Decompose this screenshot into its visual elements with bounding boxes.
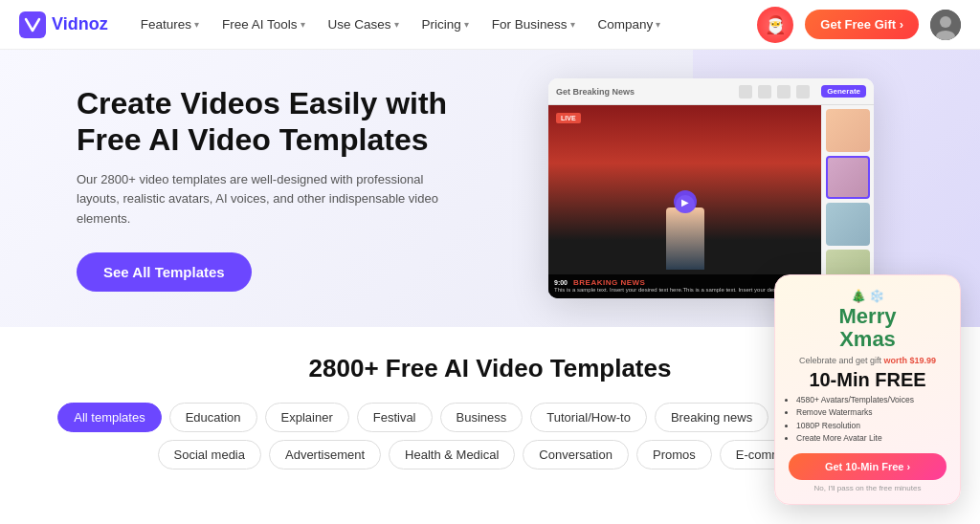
xmas-cta-button[interactable]: Get 10-Min Free › [789, 453, 947, 480]
video-toolbar-title: Get Breaking News [556, 87, 635, 97]
category-pill-festival[interactable]: Festival [357, 403, 433, 432]
xmas-popup: 🎄 ❄️ Merry Xmas Celebrate and get gift w… [774, 274, 961, 505]
breaking-time: 9:00 [554, 279, 568, 286]
nav-links: Features ▾ Free AI Tools ▾ Use Cases ▾ P… [131, 11, 758, 37]
nav-pricing[interactable]: Pricing ▾ [412, 11, 479, 37]
xmas-dismiss[interactable]: No, I'll pass on the free minutes [789, 484, 947, 492]
avatar-thumbnail[interactable] [826, 109, 870, 152]
hero-right: Get Breaking News Generate LIVE [500, 78, 923, 298]
breaking-news-label: BREAKING NEWS [573, 278, 645, 287]
toolbar-icons [739, 85, 810, 98]
category-pill-promos[interactable]: Promos [636, 440, 712, 469]
category-pill-tutorial-how-to[interactable]: Tutorial/How-to [530, 403, 647, 432]
nav-free-ai-tools[interactable]: Free AI Tools ▾ [212, 11, 315, 37]
category-pill-all-templates[interactable]: All templates [57, 403, 161, 432]
anchor-figure [666, 207, 704, 270]
xmas-features-list: 4580+ Avatars/Templates/VoicesRemove Wat… [796, 394, 947, 446]
video-toolbar: Get Breaking News Generate [548, 78, 874, 105]
category-pill-breaking-news[interactable]: Breaking news [655, 403, 768, 432]
user-avatar[interactable] [930, 10, 961, 40]
xmas-feature-item: 1080P Resolution [796, 420, 947, 433]
logo[interactable]: Vidnoz [19, 11, 108, 38]
toolbar-icon [777, 85, 791, 98]
category-pill-explainer[interactable]: Explainer [265, 403, 349, 432]
nav-features[interactable]: Features ▾ [131, 11, 209, 37]
hero-description: Our 2800+ video templates are well-desig… [77, 170, 440, 229]
avatar-thumbnail[interactable] [826, 203, 870, 246]
avatar-image [930, 10, 961, 40]
see-all-templates-button[interactable]: See All Templates [77, 252, 252, 292]
xmas-gift-value: worth $19.99 [884, 356, 937, 365]
chevron-down-icon: ▾ [194, 19, 199, 30]
snowflake-icon: ❄️ [869, 289, 884, 303]
video-body: LIVE 9:00 BREAKING NEWS This is a sample… [548, 105, 874, 298]
navbar-right: 🎅 Get Free Gift › [757, 7, 961, 43]
category-pill-social-media[interactable]: Social media [158, 440, 261, 469]
play-icon: ▶ [681, 197, 689, 207]
live-badge: LIVE [556, 113, 581, 123]
logo-icon [19, 11, 46, 38]
toolbar-icon [758, 85, 771, 98]
hero-title: Create Videos Easily with Free AI Video … [77, 85, 479, 159]
chevron-down-icon: ▾ [394, 19, 399, 30]
category-pill-conversation[interactable]: Conversation [523, 440, 629, 469]
xmas-title-line1: Merry Xmas [789, 305, 947, 351]
avatar-thumbnail-active[interactable] [826, 156, 870, 199]
xmas-feature-item: Create More Avatar Lite [796, 432, 947, 446]
play-button[interactable]: ▶ [674, 190, 697, 213]
navbar: Vidnoz Features ▾ Free AI Tools ▾ Use Ca… [0, 0, 980, 50]
chevron-down-icon: ▾ [464, 19, 469, 30]
category-pill-business[interactable]: Business [440, 403, 523, 432]
xmas-feature-item: 4580+ Avatars/Templates/Voices [796, 394, 947, 407]
get-gift-button[interactable]: Get Free Gift › [805, 10, 919, 39]
nav-use-cases[interactable]: Use Cases ▾ [319, 11, 409, 37]
chevron-down-icon: ▾ [656, 19, 660, 30]
xmas-feature-item: Remove Watermarks [796, 406, 947, 420]
generate-button[interactable]: Generate [821, 85, 866, 98]
nav-company[interactable]: Company ▾ [589, 11, 671, 37]
hero-left: Create Videos Easily with Free AI Video … [77, 85, 500, 292]
svg-rect-0 [19, 11, 46, 38]
category-pill-education[interactable]: Education [169, 403, 257, 432]
video-main: LIVE 9:00 BREAKING NEWS This is a sample… [548, 105, 821, 298]
xmas-subtitle: Celebrate and get gift worth $19.99 [789, 356, 947, 365]
nav-for-business[interactable]: For Business ▾ [482, 11, 585, 37]
svg-point-2 [940, 16, 951, 28]
news-background: LIVE 9:00 BREAKING NEWS This is a sample… [548, 105, 821, 298]
chevron-down-icon: ▾ [570, 19, 575, 30]
xmas-big-text: 10-Min FREE [789, 369, 947, 390]
santa-icon: 🎅 [757, 7, 793, 43]
logo-text: Vidnoz [52, 14, 108, 34]
video-preview: Get Breaking News Generate LIVE [548, 78, 874, 298]
toolbar-icon [796, 85, 810, 98]
toolbar-icon [739, 85, 752, 98]
avatar-sidebar [821, 105, 874, 298]
category-pill-advertisement[interactable]: Advertisement [269, 440, 381, 469]
category-pill-health---medical[interactable]: Health & Medical [389, 440, 515, 469]
chevron-down-icon: ▾ [301, 19, 305, 30]
xmas-tree-icon: 🎄 [851, 289, 866, 303]
